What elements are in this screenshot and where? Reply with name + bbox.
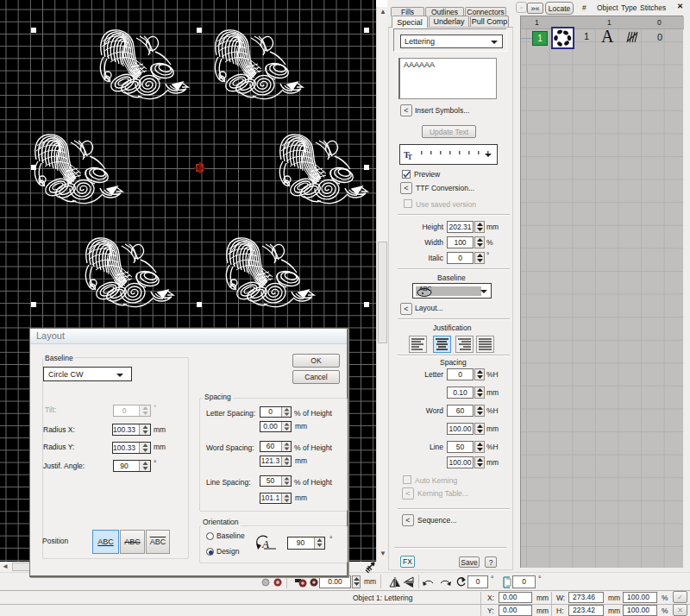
svg-text:T: T xyxy=(408,154,413,161)
